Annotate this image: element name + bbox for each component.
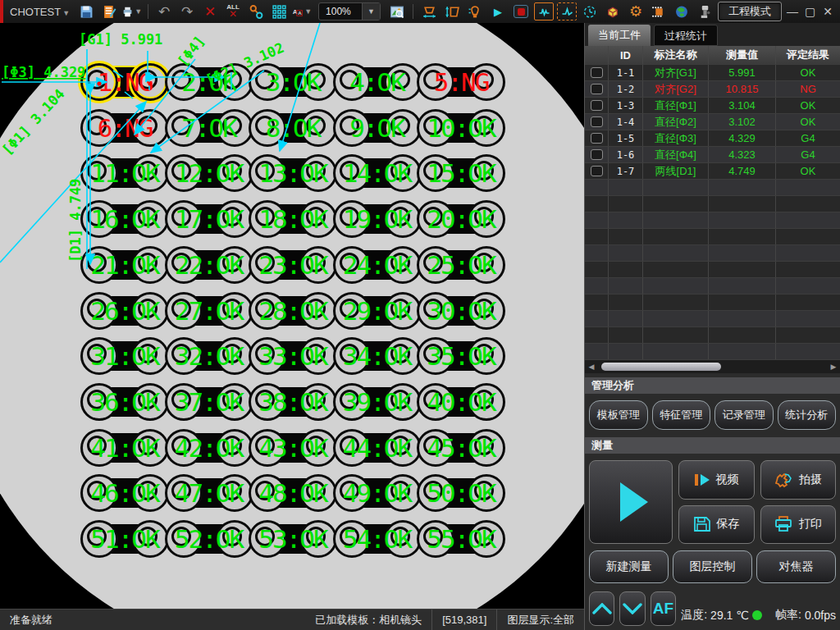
col-name: 标注名称 xyxy=(643,46,709,64)
camera-device-icon[interactable] xyxy=(695,2,714,21)
table-row-empty xyxy=(585,344,840,360)
focuser-button[interactable]: 对焦器 xyxy=(756,550,836,583)
table-row-1-5[interactable]: 1-5直径[Φ3]4.329G4 xyxy=(585,130,840,147)
app-menu[interactable]: CHOTEST▼ xyxy=(7,6,73,18)
settings-gear-icon[interactable]: ⚙ xyxy=(626,2,646,21)
chevron-down-icon: ▼ xyxy=(62,9,70,17)
zoom-select[interactable]: 100% ▼ xyxy=(318,2,381,21)
zoom-dropdown-button[interactable]: ▼ xyxy=(362,3,380,20)
table-row-1-1[interactable]: 1-1对齐[G1]5.991OK xyxy=(585,65,840,81)
engineering-mode-button[interactable]: 工程模式 xyxy=(718,2,782,21)
print-icon[interactable]: ▼ xyxy=(122,2,142,21)
height-measure-icon[interactable] xyxy=(442,2,462,21)
zoom-value[interactable]: 100% xyxy=(319,6,362,17)
table-row-empty xyxy=(585,294,840,311)
row-checkbox[interactable] xyxy=(591,133,603,144)
cell-value: 4.329 xyxy=(709,130,776,146)
workpiece-tabs: 当前工件 过程统计 xyxy=(585,23,840,46)
table-header: ID 标注名称 测量值 评定结果 xyxy=(585,46,840,65)
print-button[interactable]: 打印 xyxy=(760,505,837,545)
record-manage-button[interactable]: 记录管理 xyxy=(714,400,774,430)
undo-icon[interactable]: ↶ xyxy=(154,2,174,21)
template-manage-button[interactable]: 模板管理 xyxy=(589,400,648,430)
light-source-icon[interactable] xyxy=(465,2,485,21)
row-checkbox[interactable] xyxy=(591,166,603,176)
cell-result: OK xyxy=(776,65,840,80)
scrollbar-thumb[interactable] xyxy=(601,363,721,371)
annotation-phi2: [Φ2] 3.102 xyxy=(203,39,286,89)
tab-current-workpiece[interactable]: 当前工件 xyxy=(588,25,651,46)
font-style-icon[interactable]: AA▼ xyxy=(292,2,312,21)
delete-all-icon[interactable]: ALL ✕ xyxy=(223,2,243,21)
grid-icon[interactable] xyxy=(269,2,289,21)
run-measure-button[interactable] xyxy=(589,460,673,544)
table-body: 1-1对齐[G1]5.991OK1-2对齐[G2]10.815NG1-3直径[Φ… xyxy=(585,65,840,360)
waveform-select-icon[interactable] xyxy=(534,2,554,21)
section-manage-analysis: 管理分析 xyxy=(585,377,840,394)
annotation-phi3: [Φ3] 4.329 xyxy=(2,64,85,80)
table-row-1-4[interactable]: 1-4直径[Φ2]3.102OK xyxy=(585,114,840,130)
link-points-icon[interactable] xyxy=(246,2,266,21)
application-window: CHOTEST▼ ▼ ↶ ↷ ✕ ALL ✕ AA▼ 100% ▼ ▶ ⚙ xyxy=(0,0,840,630)
move-down-button[interactable] xyxy=(619,591,645,626)
new-measure-button[interactable]: 新建测量 xyxy=(589,550,669,583)
status-layer-display[interactable]: 图层显示:全部 xyxy=(496,609,584,630)
minimize-icon[interactable]: — xyxy=(785,5,800,18)
move-up-button[interactable] xyxy=(589,591,614,626)
table-row-empty xyxy=(585,311,840,327)
cube-3d-icon[interactable] xyxy=(603,2,623,21)
chevron-down-icon xyxy=(623,603,642,614)
close-icon[interactable]: ✕ xyxy=(820,5,835,18)
row-checkbox[interactable] xyxy=(591,100,603,111)
horizontal-scrollbar[interactable]: ◀ ▶ xyxy=(585,360,840,373)
titlebar: CHOTEST▼ ▼ ↶ ↷ ✕ ALL ✕ AA▼ 100% ▼ ▶ ⚙ xyxy=(0,0,840,23)
feature-manage-button[interactable]: 特征管理 xyxy=(652,400,711,430)
measurement-canvas[interactable]: 1:NG2:OK3:OK4:OK5:NG6:NG7:OK8:OK9:OK10:O… xyxy=(0,23,584,609)
width-measure-icon[interactable] xyxy=(419,2,439,21)
brand-strip xyxy=(0,0,3,23)
annotation-g1: [G1] 5.991 xyxy=(79,31,162,48)
layer-control-button[interactable]: 图层控制 xyxy=(673,550,752,583)
environment-status: 温度: 29.1 ℃ 帧率: 0.0fps xyxy=(681,608,836,626)
scroll-right-icon[interactable]: ▶ xyxy=(829,363,838,371)
save-icon[interactable] xyxy=(76,2,96,21)
autofocus-button[interactable]: AF xyxy=(651,591,676,626)
video-icon xyxy=(694,472,710,487)
image-preview-icon[interactable] xyxy=(387,2,407,21)
table-row-empty xyxy=(585,180,840,196)
run-small-icon[interactable]: ▶ xyxy=(488,2,508,21)
cell-id: 1-4 xyxy=(609,114,643,130)
save-button[interactable]: 保存 xyxy=(678,505,755,545)
globe-icon[interactable] xyxy=(672,2,692,21)
data-io-icon[interactable] xyxy=(649,2,669,21)
table-row-1-2[interactable]: 1-2对齐[G2]10.815NG xyxy=(585,81,840,98)
play-icon xyxy=(620,482,648,522)
tab-process-statistics[interactable]: 过程统计 xyxy=(654,25,718,46)
video-button[interactable]: 视频 xyxy=(678,460,755,500)
chevron-up-icon xyxy=(592,603,612,614)
waveform-icon[interactable] xyxy=(557,2,577,21)
svg-text:A: A xyxy=(298,10,302,16)
redo-icon[interactable]: ↷ xyxy=(177,2,197,21)
row-checkbox[interactable] xyxy=(591,149,603,160)
capture-button[interactable]: 拍摄 xyxy=(760,460,837,500)
table-row-1-6[interactable]: 1-6直径[Φ4]4.323G4 xyxy=(585,147,840,163)
capture-icon xyxy=(774,471,794,489)
cell-value: 10.815 xyxy=(709,81,776,97)
delete-icon[interactable]: ✕ xyxy=(200,2,220,21)
row-checkbox[interactable] xyxy=(591,67,603,78)
statistics-analysis-button[interactable]: 统计分析 xyxy=(778,400,837,430)
cell-id: 1-7 xyxy=(609,163,643,179)
statusbar: 准备就绪 已加载模板：相机镜头 [519,381] 图层显示:全部 xyxy=(0,609,584,630)
annotation-d1: [D1] 4.749 xyxy=(67,179,84,262)
row-checkbox[interactable] xyxy=(591,84,603,94)
table-row-1-3[interactable]: 1-3直径[Φ1]3.104OK xyxy=(585,98,840,114)
maximize-icon[interactable]: ▢ xyxy=(803,5,818,18)
record-icon[interactable] xyxy=(511,2,531,21)
table-row-1-7[interactable]: 1-7两线[D1]4.749OK xyxy=(585,163,840,180)
edit-report-icon[interactable] xyxy=(99,2,119,21)
timer-icon[interactable] xyxy=(580,2,600,21)
row-checkbox[interactable] xyxy=(591,116,603,127)
scroll-left-icon[interactable]: ◀ xyxy=(587,363,596,371)
separator xyxy=(148,4,148,19)
